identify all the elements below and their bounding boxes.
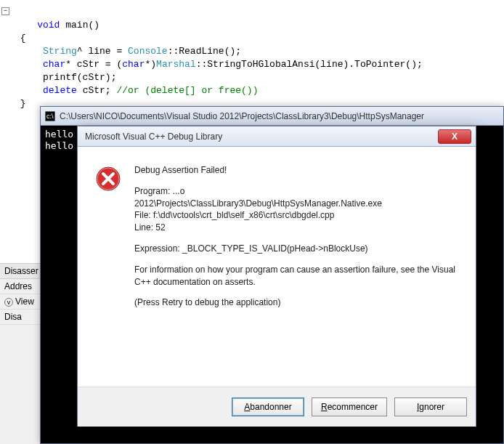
assertion-dialog: Microsoft Visual C++ Debug Library X Deb…	[77, 126, 476, 427]
panel-item-label: View	[15, 296, 34, 307]
keyword: char	[43, 59, 65, 70]
code-line-3: String^ line = Console::ReadLine();	[0, 45, 504, 58]
console-icon: c:\	[45, 111, 55, 121]
code-text: ::ReadLine();	[168, 46, 241, 57]
program-label: Program: ...o	[134, 185, 458, 198]
line-label: Line: 52	[134, 222, 458, 234]
dialog-text: Debug Assertion Failed! Program: ...o 20…	[134, 164, 458, 381]
dialog-title: Microsoft Visual C++ Debug Library	[85, 132, 222, 142]
type: Console	[128, 46, 168, 57]
code-text: ^ line =	[77, 46, 128, 57]
keyword: char	[122, 59, 145, 70]
svg-text:c:\: c:\	[46, 113, 54, 120]
code-text: * cStr = (	[65, 59, 122, 70]
keyword: delete	[43, 85, 77, 96]
console-title-text: C:\Users\NICO\Documents\Visual Studio 20…	[60, 111, 424, 121]
dialog-heading: Debug Assertion Failed!	[134, 164, 458, 177]
code-editor: −void main() { String^ line = Console::R…	[0, 0, 504, 110]
code-text: {	[20, 33, 26, 44]
console-titlebar[interactable]: c:\ C:\Users\NICO\Documents\Visual Studi…	[41, 107, 503, 126]
retry-button[interactable]: Recommencer	[312, 397, 387, 416]
chevron-down-icon: v	[4, 298, 13, 307]
code-line-5: printf(cStr);	[0, 71, 504, 84]
code-text: cStr;	[77, 85, 117, 96]
close-icon: X	[452, 132, 458, 142]
keyword: void	[37, 20, 60, 31]
retry-text: (Press Retry to debug the application)	[134, 296, 458, 309]
fold-toggle-icon[interactable]: −	[1, 7, 9, 15]
type: Marshal	[156, 59, 196, 70]
code-text: }	[20, 98, 26, 109]
code-text: main()	[60, 20, 99, 31]
ignore-button[interactable]: Ignorer	[394, 397, 467, 416]
close-button[interactable]: X	[438, 129, 471, 144]
code-text: ::StringToHGlobalAnsi(line).ToPointer();	[196, 59, 423, 70]
code-text: *)	[145, 59, 156, 70]
type: String	[43, 46, 77, 57]
expression-label: Expression: _BLOCK_TYPE_IS_VALID(pHead->…	[134, 243, 458, 255]
dialog-button-bar: Abandonner Recommencer Ignorer	[78, 387, 476, 427]
code-line-4: char* cStr = (char*)Marshal::StringToHGl…	[0, 58, 504, 71]
code-line-2: {	[0, 32, 504, 45]
dialog-titlebar[interactable]: Microsoft Visual C++ Debug Library X	[78, 126, 476, 147]
code-line-1: −void main()	[0, 6, 504, 32]
code-line-6: delete cStr; //or (delete[] or free())	[0, 84, 504, 97]
error-icon	[95, 166, 121, 192]
code-text: printf(cStr);	[43, 72, 116, 83]
dialog-body: Debug Assertion Failed! Program: ...o 20…	[78, 147, 476, 387]
program-path: 2012\Projects\ClassLibrary3\Debug\HttpSy…	[134, 198, 458, 210]
info-text: For information on how your program can …	[134, 264, 458, 288]
comment: //or (delete[] or free())	[116, 85, 258, 96]
abort-button[interactable]: Abandonner	[232, 397, 304, 416]
file-label: File: f:\dd\vctools\crt_bld\self_x86\crt…	[134, 209, 458, 222]
